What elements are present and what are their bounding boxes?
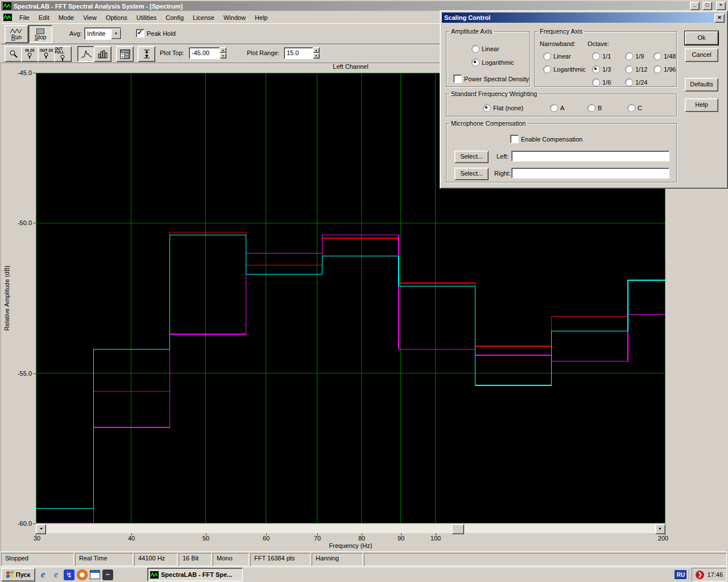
plot-top-input[interactable]: -45.00 xyxy=(189,47,222,59)
menu-file[interactable]: File xyxy=(15,13,34,22)
dialog-title-bar[interactable]: Scaling Control ✕ xyxy=(442,13,726,23)
zoom-out-full-button[interactable]: OUT FULL xyxy=(54,46,72,62)
plot-top-spin-up-icon: ▲ xyxy=(220,47,226,53)
menu-utilities[interactable]: Utilities xyxy=(133,13,160,22)
options-panel-icon xyxy=(120,49,130,59)
menu-config[interactable]: Config xyxy=(162,13,188,22)
menu-help[interactable]: Help xyxy=(251,13,272,22)
minimize-button-icon[interactable]: _ xyxy=(690,2,700,10)
octave-1-9-radio[interactable]: 1/9 xyxy=(625,52,644,60)
weighting-a-radio[interactable]: A xyxy=(550,104,564,112)
quick-launch-flashget-icon[interactable]: ↯ xyxy=(64,569,75,580)
octave-1-24-radio[interactable]: 1/24 xyxy=(625,78,647,86)
start-button[interactable]: Пуск xyxy=(1,568,35,581)
taskbar: Пуск e e ↯ •• SpectraLAB - FFT Spe... RU… xyxy=(0,567,728,582)
narrowband-linear-radio[interactable]: Linear xyxy=(543,52,571,60)
scaling-control-dialog: Scaling Control ✕ Amplitude Axis Linear … xyxy=(440,10,728,189)
display-options-button[interactable] xyxy=(116,46,134,62)
spectrum-curve-icon xyxy=(81,49,92,59)
spectrum-view-button[interactable] xyxy=(77,46,95,62)
status-window-function: Hanning xyxy=(312,553,363,566)
status-fft-size: FFT 16384 pts xyxy=(250,553,311,566)
weighting-c-radio[interactable]: C xyxy=(627,104,642,112)
language-indicator[interactable]: RU xyxy=(675,570,686,579)
x-tick-90: 90 xyxy=(398,535,404,542)
amplitude-linear-radio[interactable]: Linear xyxy=(471,45,499,53)
octave-1-3-radio[interactable]: 1/3 xyxy=(592,65,611,73)
amplitude-scale-button[interactable] xyxy=(138,46,155,62)
x-tick-50: 50 xyxy=(202,535,209,542)
plot-h-scrollbar[interactable]: ◄ ► xyxy=(36,524,665,533)
maximize-button-icon[interactable]: ▢ xyxy=(702,2,712,10)
scroll-left-arrow-icon[interactable]: ◄ xyxy=(36,524,46,534)
zoom-tool-button[interactable] xyxy=(5,46,22,62)
select-right-button[interactable]: Select... xyxy=(454,168,489,180)
octave-1-48-radio[interactable]: 1/48 xyxy=(653,52,676,60)
menu-license[interactable]: License xyxy=(189,13,218,22)
zoom-in-2x-button[interactable]: IN 2X xyxy=(21,46,39,62)
right-file-input[interactable] xyxy=(511,168,669,178)
octave-1-12-radio[interactable]: 1/12 xyxy=(625,65,647,73)
select-left-button[interactable]: Select... xyxy=(454,151,489,163)
quick-launch-player-icon[interactable] xyxy=(77,569,88,580)
task-app-icon xyxy=(150,571,159,579)
spectrum-window-icon[interactable] xyxy=(3,14,12,21)
run-button[interactable]: Run xyxy=(5,25,28,43)
quick-launch-desktop-icon[interactable] xyxy=(90,570,100,579)
status-mode: Real Time xyxy=(75,553,133,566)
dialog-close-icon[interactable]: ✕ xyxy=(714,14,725,23)
plot-top-spinner[interactable]: ▲ ▼ xyxy=(220,47,226,59)
status-spacer xyxy=(364,553,727,566)
quick-launch-app-icon[interactable]: •• xyxy=(102,569,113,580)
menu-mode[interactable]: Mode xyxy=(55,13,78,22)
app-icon xyxy=(3,2,11,10)
system-tray: ❯ 17:46 xyxy=(692,568,727,581)
octave-1-96-radio[interactable]: 1/96 xyxy=(653,65,676,73)
menu-options[interactable]: Options xyxy=(102,13,131,22)
status-sample-rate: 44100 Hz xyxy=(134,553,177,566)
x-tick-80: 80 xyxy=(358,535,365,542)
octave-label: Octave: xyxy=(588,40,609,47)
status-bar: Stopped Real Time 44100 Hz 16 Bit Mono F… xyxy=(1,551,727,566)
defaults-button[interactable]: Defaults xyxy=(685,78,718,92)
tray-app-icon[interactable]: ❯ xyxy=(696,571,704,579)
power-spectral-density-checkbox[interactable]: Power Spectral Density xyxy=(453,74,529,83)
ok-button[interactable]: Ok xyxy=(685,31,718,45)
octave-1-1-radio[interactable]: 1/1 xyxy=(592,52,611,60)
menu-edit[interactable]: Edit xyxy=(35,13,53,22)
weighting-b-radio[interactable]: B xyxy=(588,104,602,112)
plot-range-spinner[interactable]: ▲ ▼ xyxy=(313,47,320,59)
octave-1-6-radio[interactable]: 1/6 xyxy=(592,78,611,86)
amplitude-axis-group: Amplitude Axis Linear Logarithmic Power … xyxy=(446,28,530,87)
weighting-flat-radio[interactable]: Flat (none) xyxy=(483,104,523,112)
plot-range-label: Plot Range: xyxy=(247,49,279,56)
cancel-button[interactable]: Cancel xyxy=(685,48,718,62)
peak-hold-checkbox[interactable] xyxy=(136,29,144,38)
status-channels: Mono xyxy=(213,553,249,566)
window-title: SpectraLAB - FFT Spectral Analysis Syste… xyxy=(14,3,688,10)
left-label: Left: xyxy=(497,153,508,160)
enable-compensation-checkbox[interactable]: Enable Compensation xyxy=(510,135,582,143)
narrowband-logarithmic-radio[interactable]: Logarithmic xyxy=(543,65,586,73)
help-button[interactable]: Help xyxy=(685,98,718,112)
zoom-out-2x-button[interactable]: OUT 2X xyxy=(38,46,55,62)
left-file-input[interactable] xyxy=(511,151,669,161)
avg-combo[interactable]: Infinite ▼ xyxy=(84,27,122,40)
close-button-icon[interactable]: ✕ xyxy=(716,2,726,10)
mic-compensation-group: Microphone Compensation Enable Compensat… xyxy=(446,120,677,182)
quick-launch-ie2-icon[interactable]: e xyxy=(51,569,61,580)
menu-window[interactable]: Window xyxy=(220,13,250,22)
octave-bars-button[interactable] xyxy=(94,46,111,62)
x-tick-200: 200 xyxy=(658,535,668,542)
scroll-right-arrow-icon[interactable]: ► xyxy=(655,524,665,534)
scrollbar-thumb[interactable] xyxy=(452,524,464,534)
plot-top-spin-down-icon: ▼ xyxy=(220,53,226,59)
amplitude-logarithmic-radio[interactable]: Logarithmic xyxy=(471,59,514,66)
task-button-spectralab[interactable]: SpectraLAB - FFT Spe... xyxy=(147,568,243,581)
plot-range-input[interactable]: 15.0 xyxy=(284,47,315,59)
y-tick-50: -50.0 xyxy=(1,219,32,226)
quick-launch-ie-icon[interactable]: e xyxy=(38,569,48,580)
avg-combo-dropdown-icon[interactable]: ▼ xyxy=(111,28,121,39)
menu-view[interactable]: View xyxy=(79,13,101,22)
stop-button[interactable]: Stop xyxy=(28,25,52,43)
